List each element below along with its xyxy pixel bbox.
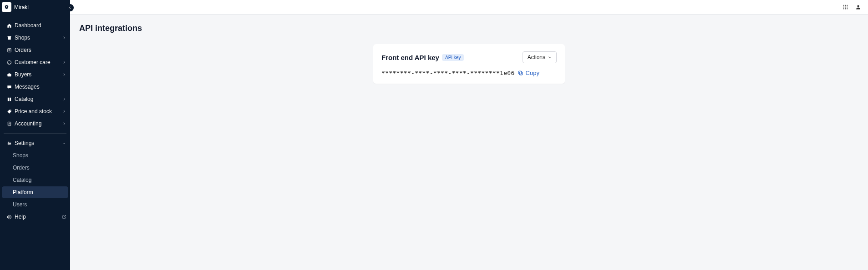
chevron-right-icon [62, 60, 66, 65]
svg-rect-22 [518, 71, 522, 74]
svg-point-4 [10, 110, 10, 110]
svg-rect-3 [7, 74, 11, 76]
svg-point-19 [847, 8, 848, 9]
svg-point-16 [847, 6, 848, 7]
sidebar-subitem-label: Catalog [13, 177, 31, 183]
shop-icon [6, 35, 12, 40]
svg-point-10 [8, 216, 10, 218]
sidebar-header: Mirakl [0, 0, 70, 15]
chevron-left-icon [68, 6, 72, 10]
sidebar-item-label: Buyers [15, 71, 62, 78]
sidebar-nav: Dashboard Shops Orders Customer care [0, 15, 70, 223]
user-icon [855, 4, 861, 10]
chevron-right-icon [62, 121, 66, 126]
chevron-right-icon [62, 97, 66, 101]
copy-button[interactable]: Copy [518, 70, 539, 76]
svg-point-12 [845, 5, 846, 6]
shield-icon [4, 5, 9, 10]
svg-point-2 [7, 60, 11, 64]
sidebar-item-label: Shops [15, 35, 62, 41]
api-key-card: Front end API key API key Actions ******… [373, 44, 565, 84]
sidebar-subitem-orders[interactable]: Orders [2, 162, 68, 174]
apps-grid-button[interactable] [841, 3, 850, 12]
accounting-icon [6, 121, 12, 126]
svg-point-18 [845, 8, 846, 9]
sidebar-item-dashboard[interactable]: Dashboard [2, 20, 68, 31]
catalog-icon [6, 96, 12, 102]
chevron-down-icon [62, 141, 66, 145]
svg-point-14 [843, 6, 844, 7]
sidebar-subitem-catalog[interactable]: Catalog [2, 174, 68, 186]
brand-name: Mirakl [14, 4, 29, 10]
actions-button-label: Actions [528, 54, 545, 60]
sidebar-item-orders[interactable]: Orders [2, 44, 68, 56]
buyers-icon [6, 72, 12, 77]
svg-point-15 [845, 6, 846, 7]
sidebar-subitem-platform[interactable]: Platform [2, 186, 68, 198]
svg-point-7 [10, 143, 10, 144]
sidebar-item-label: Messages [15, 84, 66, 90]
sidebar-item-label: Catalog [15, 96, 62, 102]
sidebar-subitem-users[interactable]: Users [2, 199, 68, 210]
sidebar-subitem-label: Users [13, 201, 27, 208]
sidebar-item-label: Orders [15, 47, 66, 53]
svg-point-13 [847, 5, 848, 6]
sidebar-item-label: Price and stock [15, 108, 62, 115]
sidebar-subitem-shops[interactable]: Shops [2, 150, 68, 161]
actions-button[interactable]: Actions [523, 51, 557, 63]
messages-icon [6, 84, 12, 90]
sidebar-item-customer-care[interactable]: Customer care [2, 56, 68, 68]
sidebar-item-label: Dashboard [15, 22, 66, 29]
topbar [70, 0, 868, 15]
sidebar-item-label: Accounting [15, 120, 62, 127]
sidebar-item-price-and-stock[interactable]: Price and stock [2, 105, 68, 117]
price-icon [6, 109, 12, 114]
sidebar-item-shops[interactable]: Shops [2, 32, 68, 44]
content: API integrations Front end API key API k… [70, 15, 868, 270]
orders-icon [6, 47, 12, 53]
sidebar-item-label: Help [15, 214, 62, 220]
settings-icon [6, 140, 12, 146]
chevron-right-icon [62, 35, 66, 40]
chevron-down-icon [548, 55, 552, 59]
sidebar-item-catalog[interactable]: Catalog [2, 93, 68, 105]
api-key-row: ********-****-****-****-********1e06 Cop… [381, 70, 557, 76]
sidebar-subitem-label: Platform [13, 189, 33, 195]
svg-point-0 [6, 6, 7, 8]
sidebar-subitem-label: Shops [13, 152, 28, 159]
sidebar-item-label: Customer care [15, 59, 62, 65]
sidebar-item-settings[interactable]: Settings [2, 137, 68, 149]
copy-button-label: Copy [526, 70, 539, 76]
sidebar-item-label: Settings [15, 140, 62, 146]
sidebar-item-help[interactable]: Help [2, 211, 68, 223]
apps-grid-icon [843, 4, 848, 10]
svg-point-6 [8, 141, 9, 142]
sidebar-item-messages[interactable]: Messages [2, 81, 68, 93]
sidebar-collapse-button[interactable] [66, 4, 74, 11]
sidebar-divider [4, 133, 66, 134]
svg-point-8 [8, 144, 9, 145]
user-menu-button[interactable] [853, 3, 863, 12]
sidebar-item-buyers[interactable]: Buyers [2, 69, 68, 80]
brand-logo [2, 2, 11, 12]
page-title: API integrations [79, 24, 859, 33]
api-key-value: ********-****-****-****-********1e06 [381, 70, 515, 76]
external-link-icon [62, 215, 66, 219]
help-icon [6, 214, 12, 220]
api-key-badge: API key [442, 54, 464, 61]
home-icon [6, 23, 12, 28]
copy-icon [518, 70, 523, 76]
sidebar-item-accounting[interactable]: Accounting [2, 118, 68, 130]
svg-point-20 [857, 5, 859, 7]
svg-point-9 [7, 215, 11, 219]
svg-point-17 [843, 8, 844, 9]
sidebar: Mirakl Dashboard Shops Orders [0, 0, 70, 270]
chevron-right-icon [62, 72, 66, 77]
card-title: Front end API key [381, 54, 439, 61]
svg-point-11 [843, 5, 844, 6]
customer-care-icon [6, 60, 12, 65]
main-area: API integrations Front end API key API k… [70, 0, 868, 270]
sidebar-subitem-label: Orders [13, 165, 30, 171]
card-header: Front end API key API key Actions [381, 51, 557, 63]
chevron-right-icon [62, 109, 66, 114]
